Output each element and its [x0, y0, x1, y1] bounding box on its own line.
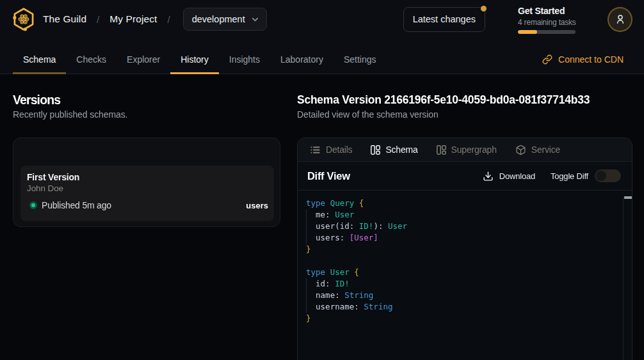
hive-logo-icon[interactable]	[10, 6, 37, 33]
indent-guide	[306, 290, 307, 301]
version-status: Published 5m ago	[42, 200, 111, 210]
breadcrumb-org[interactable]: The Guild	[43, 13, 86, 25]
code-token-type: Query	[330, 198, 359, 208]
code-line: username: String	[306, 301, 623, 313]
get-started-progressbar	[518, 30, 576, 34]
code-token-type: User	[388, 221, 407, 231]
tab-schema[interactable]: Schema	[13, 46, 66, 74]
version-name: First Version	[27, 172, 268, 182]
main-nav: Schema Checks Explorer History Insights …	[0, 38, 644, 74]
top-bar: The Guild / My Project / development Lat…	[0, 0, 644, 38]
version-author: John Doe	[27, 184, 268, 193]
code-token-brace: }	[306, 313, 311, 323]
code-token-plain: id:	[306, 279, 335, 288]
app-header: The Guild / My Project / development Lat…	[0, 0, 644, 74]
indent-guide	[306, 232, 307, 244]
tab-explorer[interactable]: Explorer	[117, 46, 170, 74]
notification-dot	[481, 6, 487, 12]
version-meta-row: Published 5m ago users	[27, 200, 268, 210]
schema-code-block[interactable]: type Query { me: User user(id: ID!): Use…	[298, 191, 623, 360]
code-token-kw: type	[306, 267, 330, 277]
code-line: }	[306, 313, 623, 324]
get-started-widget[interactable]: Get Started 4 remaining tasks	[518, 6, 576, 34]
code-token-brace: }	[306, 244, 311, 254]
code-line	[306, 255, 623, 267]
code-token-plain: users:	[306, 233, 350, 242]
tab-settings[interactable]: Settings	[334, 46, 387, 74]
download-label: Download	[499, 171, 535, 181]
tab-service-label: Service	[531, 145, 560, 155]
code-token-plain: me:	[306, 210, 335, 219]
tab-details[interactable]: Details	[310, 145, 352, 155]
diff-view-title: Diff View	[307, 170, 350, 182]
schema-version-title: Schema Version 2166196f-5e10-4059-bd0a-0…	[297, 93, 632, 107]
latest-changes-label: Latest changes	[413, 14, 476, 24]
switch-knob	[596, 171, 606, 181]
breadcrumb-separator-2: /	[168, 14, 170, 25]
code-token-scalar: String	[344, 290, 373, 300]
user-icon	[614, 13, 627, 26]
indent-guide	[306, 221, 307, 232]
code-token-plain: ):	[373, 221, 388, 231]
tab-details-label: Details	[326, 145, 352, 155]
version-item[interactable]: First Version John Doe Published 5m ago …	[20, 166, 274, 221]
target-select-value: development	[192, 14, 245, 24]
panels-icon	[371, 145, 380, 155]
code-line: users: [User]	[306, 232, 623, 244]
connect-to-cdn-button[interactable]: Connect to CDN	[542, 46, 624, 74]
tab-service[interactable]: Service	[515, 145, 560, 155]
tab-supergraph-label: Supergraph	[451, 145, 497, 155]
breadcrumb-project[interactable]: My Project	[109, 13, 157, 25]
chevron-down-icon	[250, 15, 260, 24]
tab-history[interactable]: History	[170, 46, 219, 74]
code-token-kw: type	[306, 198, 330, 208]
tab-schema-view-label: Schema	[385, 145, 417, 155]
toggle-diff-switch[interactable]	[595, 169, 621, 182]
indent-guide	[306, 301, 307, 313]
schema-detail-card: Details Schema Supergr	[297, 137, 632, 360]
code-scrollbar-thumb[interactable]	[624, 196, 632, 199]
code-line: }	[306, 244, 623, 255]
panels-icon	[437, 145, 446, 155]
code-token-type: ID!	[335, 279, 350, 288]
code-scrollbar[interactable]	[623, 197, 632, 360]
code-token-brace: {	[359, 198, 364, 208]
user-avatar[interactable]	[608, 7, 632, 32]
code-line: name: String	[306, 290, 623, 301]
versions-subtitle: Recently published schemas.	[13, 109, 280, 120]
indent-guide	[306, 209, 307, 221]
detail-panel: Schema Version 2166196f-5e10-4059-bd0a-0…	[297, 74, 644, 360]
code-token-plain: name:	[306, 290, 344, 300]
published-status-dot	[29, 201, 37, 209]
code-token-plain: username:	[306, 302, 364, 311]
list-icon	[310, 145, 321, 155]
code-line: type User {	[306, 267, 623, 278]
versions-panel: Versions Recently published schemas. Fir…	[0, 74, 297, 360]
code-token-type: User	[330, 267, 355, 277]
tab-insights[interactable]: Insights	[219, 46, 270, 74]
get-started-title: Get Started	[518, 6, 576, 16]
code-token-brace: {	[354, 267, 359, 277]
versions-list: First Version John Doe Published 5m ago …	[13, 137, 280, 227]
get-started-subtitle: 4 remaining tasks	[518, 18, 576, 27]
latest-changes-button[interactable]: Latest changes	[403, 7, 485, 32]
tab-supergraph[interactable]: Supergraph	[437, 145, 497, 155]
toggle-diff-label: Toggle Diff	[551, 171, 588, 181]
link-icon	[542, 54, 552, 65]
version-service-badge: users	[246, 201, 268, 210]
get-started-progress-fill	[518, 30, 537, 34]
detail-tabs: Details Schema Supergr	[298, 138, 632, 162]
schema-version-subtitle: Detailed view of the schema version	[297, 109, 632, 120]
tab-laboratory[interactable]: Laboratory	[270, 46, 334, 74]
code-token-type: User	[335, 210, 354, 219]
box-icon	[515, 145, 526, 155]
download-button[interactable]: Download	[483, 171, 535, 182]
tab-checks[interactable]: Checks	[66, 46, 117, 74]
tab-schema-view[interactable]: Schema	[371, 145, 417, 155]
code-token-scalar: String	[364, 302, 392, 311]
code-line: me: User	[306, 209, 623, 221]
main-content: Versions Recently published schemas. Fir…	[0, 74, 644, 360]
target-select[interactable]: development	[183, 8, 267, 31]
code-token-type: ID!	[359, 221, 374, 231]
code-line: user(id: ID!): User	[306, 221, 623, 232]
